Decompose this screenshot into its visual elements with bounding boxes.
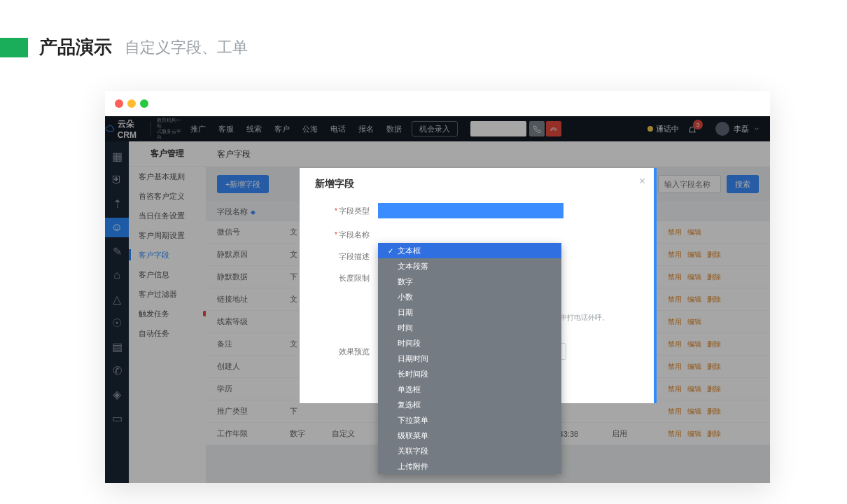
dropdown-option[interactable]: ✓复选框 [378, 397, 561, 412]
page-heading: 产品演示 自定义字段、工单 [0, 35, 248, 59]
label-field-desc: 字段描述 [339, 252, 370, 260]
window-traffic-lights [115, 99, 148, 108]
dropdown-option[interactable]: ✓日期 [378, 304, 561, 320]
app-body: 云朵CRM 教育机构一站式服务云平台 推广客服线索客户公海电话报名数据 机会录入… [105, 116, 770, 483]
modal-title: 新增字段 [315, 178, 638, 190]
label-field-type: 字段类型 [339, 206, 370, 215]
dropdown-option[interactable]: ✓文本段落 [378, 258, 561, 274]
page-title: 产品演示 [39, 35, 112, 59]
field-type-dropdown: ✓文本框✓文本段落✓数字✓小数✓日期✓时间✓时间段✓日期时间✓长时间段✓单选框✓… [378, 243, 561, 474]
label-preview: 效果预览 [339, 347, 370, 356]
label-length-limit: 长度限制 [339, 274, 370, 282]
window-max-dot[interactable] [140, 99, 148, 108]
window-min-dot[interactable] [127, 99, 136, 108]
label-field-name: 字段名称 [339, 230, 370, 239]
modal-close-button[interactable]: × [639, 175, 645, 188]
app-window: 云朵CRM 教育机构一站式服务云平台 推广客服线索客户公海电话报名数据 机会录入… [105, 91, 770, 483]
dropdown-option[interactable]: ✓单选框 [378, 382, 561, 397]
add-field-modal: × 新增字段 *字段类型 *字段名称 字段描述 长度限制 客户备用电话 [300, 168, 657, 403]
dropdown-option[interactable]: ✓下拉菜单 [378, 412, 561, 428]
dropdown-option[interactable]: ✓长时间段 [378, 366, 561, 382]
accent-block [0, 38, 28, 57]
check-icon: ✓ [388, 247, 393, 255]
window-close-dot[interactable] [115, 99, 123, 108]
dropdown-option[interactable]: ✓级联菜单 [378, 428, 561, 443]
dropdown-option[interactable]: ✓时间段 [378, 335, 561, 351]
dropdown-option[interactable]: ✓上传附件 [378, 458, 561, 474]
dropdown-option[interactable]: ✓日期时间 [378, 351, 561, 366]
dropdown-option[interactable]: ✓小数 [378, 289, 561, 304]
dropdown-option[interactable]: ✓文本框 [378, 243, 561, 258]
dropdown-option[interactable]: ✓关联字段 [378, 443, 561, 458]
field-type-select[interactable] [378, 203, 564, 218]
dropdown-option[interactable]: ✓数字 [378, 274, 561, 289]
page-subtitle: 自定义字段、工单 [125, 37, 248, 58]
dropdown-option[interactable]: ✓时间 [378, 320, 561, 335]
